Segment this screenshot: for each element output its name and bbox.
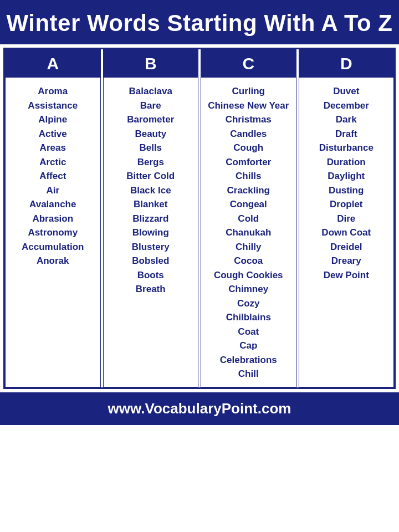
col-body-B: BalaclavaBareBarometerBeautyBellsBergsBi… [104,79,198,302]
list-item: Dark [301,112,392,127]
list-item: Bergs [106,155,196,170]
list-item: Avalanche [8,197,98,212]
list-item: Comforter [203,155,294,170]
list-item: Assistance [8,99,98,113]
list-item: Down Coat [301,226,392,240]
list-item: Celebrations [203,353,294,367]
list-item: Aroma [8,84,98,99]
list-item: Christmas [203,112,294,127]
list-item: Anorak [8,254,98,268]
list-item: Abrasion [8,212,98,226]
col-header-A: A [6,50,100,79]
header: Winter Words Starting With A To Z [0,0,399,44]
list-item: Duvet [301,84,392,99]
list-item: Cough [203,141,294,155]
column-C: CCurlingChinese New YearChristmasCandles… [201,49,296,387]
list-item: Boots [106,268,196,283]
list-item: Cold [203,212,294,226]
page-title: Winter Words Starting With A To Z [6,10,393,37]
list-item: Balaclava [106,84,196,99]
col-body-D: DuvetDecemberDarkDraftDisturbanceDuratio… [299,79,394,288]
list-item: Active [8,127,98,141]
list-item: Bobsled [106,254,196,268]
list-item: Bare [106,99,196,113]
list-item: Bells [106,141,196,155]
list-item: Cozy [203,296,294,311]
column-D: DDuvetDecemberDarkDraftDisturbanceDurati… [299,49,395,387]
col-body-C: CurlingChinese New YearChristmasCandlesC… [201,79,296,387]
list-item: December [301,99,392,113]
list-item: Congeal [203,197,294,212]
list-item: Accumulation [8,240,98,254]
list-item: Disturbance [301,141,392,155]
list-item: Breath [106,282,196,296]
list-item: Droplet [301,197,392,212]
columns-grid: AAromaAssistanceAlpineActiveAreasArcticA… [3,48,396,389]
list-item: Coat [203,325,294,339]
list-item: Blanket [106,197,196,212]
list-item: Dreary [301,254,392,268]
col-header-C: C [201,50,296,79]
list-item: Dire [301,212,392,226]
list-item: Chilblains [203,310,294,325]
list-item: Daylight [301,169,392,183]
list-item: Blowing [106,226,196,240]
list-item: Bitter Cold [106,169,196,183]
list-item: Dusting [301,183,392,198]
footer-url: www.VocabularyPoint.com [108,400,291,417]
list-item: Black Ice [106,183,196,198]
col-header-B: B [104,50,198,79]
list-item: Areas [8,141,98,155]
list-item: Alpine [8,112,98,127]
list-item: Chanukah [203,226,294,240]
list-item: Barometer [106,112,196,127]
list-item: Blizzard [106,212,196,226]
list-item: Duration [301,155,392,170]
list-item: Chimney [203,282,294,296]
footer: www.VocabularyPoint.com [0,392,399,425]
list-item: Chill [203,367,294,381]
list-item: Dew Point [301,268,392,283]
list-item: Curling [203,84,294,99]
list-item: Candles [203,127,294,141]
col-header-D: D [299,50,394,79]
table-wrapper: AAromaAssistanceAlpineActiveAreasArcticA… [0,44,399,389]
list-item: Chills [203,169,294,183]
list-item: Cough Cookies [203,268,294,283]
col-body-A: AromaAssistanceAlpineActiveAreasArcticAf… [6,79,100,274]
list-item: Beauty [106,127,196,141]
column-A: AAromaAssistanceAlpineActiveAreasArcticA… [5,49,101,387]
list-item: Cocoa [203,254,294,268]
list-item: Draft [301,127,392,141]
list-item: Blustery [106,240,196,254]
list-item: Chinese New Year [203,99,294,113]
list-item: Crackling [203,183,294,198]
list-item: Air [8,183,98,198]
list-item: Affect [8,169,98,183]
list-item: Cap [203,339,294,353]
list-item: Astronomy [8,226,98,240]
list-item: Arctic [8,155,98,170]
list-item: Chilly [203,240,294,254]
list-item: Dreidel [301,240,392,254]
column-B: BBalaclavaBareBarometerBeautyBellsBergsB… [103,49,199,387]
